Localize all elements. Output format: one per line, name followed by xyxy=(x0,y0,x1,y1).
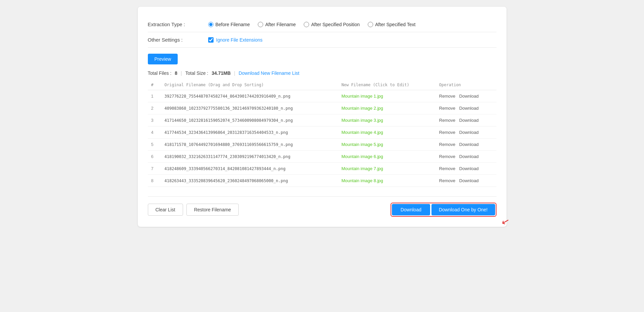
download-link[interactable]: Download xyxy=(459,154,479,159)
row-new-name[interactable]: Mountain image 6.jpg xyxy=(338,151,436,163)
other-settings-label: Other Settings : xyxy=(148,37,208,43)
row-operation: Remove Download xyxy=(436,163,496,175)
extraction-type-label: Extraction Type : xyxy=(148,21,208,27)
radio-before-filename-label: Before Filename xyxy=(216,22,250,27)
restore-filename-button[interactable]: Restore Filename xyxy=(186,204,239,216)
row-new-name[interactable]: Mountain image 7.jpg xyxy=(338,163,436,175)
row-original: 417744534_323436413996864_20312837163544… xyxy=(161,126,338,139)
bottom-bar: Clear List Restore Filename Download Dow… xyxy=(148,196,496,217)
download-group: Download Download One by One! xyxy=(391,203,496,217)
row-new-name[interactable]: Mountain image 5.jpg xyxy=(338,139,436,151)
arrow-indicator: ↙ xyxy=(500,215,511,228)
remove-link[interactable]: Remove xyxy=(439,130,455,135)
col-num: # xyxy=(148,80,161,90)
row-num: 4 xyxy=(148,126,161,139)
row-new-name[interactable]: Mountain image 8.jpg xyxy=(338,175,436,187)
ignore-extensions-label: Ignore File Extensions xyxy=(216,37,263,43)
row-num: 7 xyxy=(148,163,161,175)
download-link[interactable]: Download xyxy=(459,166,479,171)
row-new-name[interactable]: Mountain image 1.jpg xyxy=(338,90,436,102)
clear-list-button[interactable]: Clear List xyxy=(148,204,183,216)
radio-before-filename-input[interactable] xyxy=(208,22,214,27)
radio-after-filename-label: After Filename xyxy=(265,22,296,27)
radio-after-filename-input[interactable] xyxy=(258,22,263,27)
table-row: 8 418263443_333520839645620_236024849706… xyxy=(148,175,496,187)
row-num: 1 xyxy=(148,90,161,102)
remove-link[interactable]: Remove xyxy=(439,94,455,99)
remove-link[interactable]: Remove xyxy=(439,106,455,111)
table-row: 3 417144650_10232816159052074_5734600908… xyxy=(148,114,496,126)
file-table: # Original Filename (Drag and Drop Sorti… xyxy=(148,80,496,187)
row-original: 417144650_10232816159052074_573460090808… xyxy=(161,114,338,126)
download-link[interactable]: Download xyxy=(459,118,479,123)
col-original: Original Filename (Drag and Drop Sorting… xyxy=(161,80,338,90)
radio-after-specified-text-label: After Specified Text xyxy=(375,22,415,27)
row-new-name[interactable]: Mountain image 3.jpg xyxy=(338,114,436,126)
download-link[interactable]: Download xyxy=(459,178,479,183)
row-num: 6 xyxy=(148,151,161,163)
bottom-left-actions: Clear List Restore Filename xyxy=(148,204,239,216)
ignore-extensions-option[interactable]: Ignore File Extensions xyxy=(208,37,263,43)
table-row: 2 409083868_10233792775580136_3021469709… xyxy=(148,102,496,114)
table-row: 1 392776228_7554487074582744_86439017442… xyxy=(148,90,496,102)
radio-after-specified-text-input[interactable] xyxy=(368,22,373,27)
row-num: 3 xyxy=(148,114,161,126)
download-list-link[interactable]: Download New Filename List xyxy=(239,70,299,76)
total-size-value: 34.71MB xyxy=(212,70,231,76)
file-summary: Total Files : 8 | Total Size : 34.71MB |… xyxy=(148,70,496,76)
row-num: 5 xyxy=(148,139,161,151)
radio-after-specified-text[interactable]: After Specified Text xyxy=(368,22,415,27)
preview-button[interactable]: Preview xyxy=(148,54,178,64)
row-num: 2 xyxy=(148,102,161,114)
radio-after-specified-position-input[interactable] xyxy=(304,22,309,27)
download-all-button[interactable]: Download xyxy=(392,204,430,215)
row-original: 409083868_10233792775580136_302146970936… xyxy=(161,102,338,114)
row-original: 418171578_10764492701694880_376931169556… xyxy=(161,139,338,151)
radio-after-filename[interactable]: After Filename xyxy=(258,22,296,27)
row-original: 418263443_333520839645620_23602484970680… xyxy=(161,175,338,187)
radio-before-filename[interactable]: Before Filename xyxy=(208,22,250,27)
row-operation: Remove Download xyxy=(436,126,496,139)
remove-link[interactable]: Remove xyxy=(439,118,455,123)
remove-link[interactable]: Remove xyxy=(439,178,455,183)
row-original: 418248609_333940566270314_84208108142789… xyxy=(161,163,338,175)
ignore-extensions-checkbox[interactable] xyxy=(208,37,214,43)
row-operation: Remove Download xyxy=(436,90,496,102)
remove-link[interactable]: Remove xyxy=(439,142,455,147)
row-original: 392776228_7554487074582744_8643901744203… xyxy=(161,90,338,102)
download-link[interactable]: Download xyxy=(459,130,479,135)
col-new: New Filename (Click to Edit) xyxy=(338,80,436,90)
table-row: 7 418248609_333940566270314_842081081427… xyxy=(148,163,496,175)
other-settings-row: Other Settings : Ignore File Extensions xyxy=(148,32,496,48)
table-row: 4 417744534_323436413996864_203128371635… xyxy=(148,126,496,139)
row-new-name[interactable]: Mountain image 4.jpg xyxy=(338,126,436,139)
download-one-by-one-button[interactable]: Download One by One! xyxy=(431,204,495,215)
extraction-options: Before Filename After Filename After Spe… xyxy=(208,22,416,27)
row-operation: Remove Download xyxy=(436,175,496,187)
bottom-right-actions: Download Download One by One! ↙ xyxy=(391,203,496,217)
row-new-name[interactable]: Mountain image 2.jpg xyxy=(338,102,436,114)
download-link[interactable]: Download xyxy=(459,94,479,99)
extraction-type-row: Extraction Type : Before Filename After … xyxy=(148,17,496,32)
download-link[interactable]: Download xyxy=(459,142,479,147)
download-link[interactable]: Download xyxy=(459,106,479,111)
remove-link[interactable]: Remove xyxy=(439,166,455,171)
remove-link[interactable]: Remove xyxy=(439,154,455,159)
total-files-count: 8 xyxy=(175,70,177,76)
table-row: 5 418171578_10764492701694880_3769311695… xyxy=(148,139,496,151)
total-files-label: Total Files : xyxy=(148,70,172,76)
row-num: 8 xyxy=(148,175,161,187)
main-card: Extraction Type : Before Filename After … xyxy=(138,7,507,227)
row-operation: Remove Download xyxy=(436,139,496,151)
table-row: 6 418190032_3321626331147774_23030921967… xyxy=(148,151,496,163)
col-operation: Operation xyxy=(436,80,496,90)
total-size-label: Total Size : xyxy=(185,70,208,76)
row-operation: Remove Download xyxy=(436,151,496,163)
row-operation: Remove Download xyxy=(436,102,496,114)
row-original: 418190032_3321626331147774_2303092196774… xyxy=(161,151,338,163)
row-operation: Remove Download xyxy=(436,114,496,126)
radio-after-specified-position[interactable]: After Specified Position xyxy=(304,22,360,27)
radio-after-specified-position-label: After Specified Position xyxy=(311,22,360,27)
